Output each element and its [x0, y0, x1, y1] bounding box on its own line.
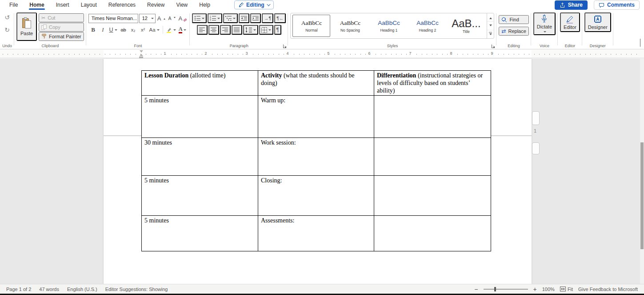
style-title[interactable]: AaB... Title: [447, 15, 485, 37]
underline-button[interactable]: U: [108, 25, 118, 35]
justify-button[interactable]: [232, 25, 242, 35]
cell-activity[interactable]: Closing:: [258, 176, 374, 216]
align-right-button[interactable]: [220, 25, 231, 35]
bullet-list-button[interactable]: [192, 13, 207, 23]
cell-duration[interactable]: 5 minutes: [142, 176, 258, 216]
language-indicator[interactable]: English (U.S.): [67, 287, 97, 292]
word-count[interactable]: 47 words: [39, 287, 59, 292]
copy-button[interactable]: Copy: [39, 23, 84, 32]
editor-button[interactable]: Editor: [560, 12, 580, 32]
zoom-in-button[interactable]: +: [533, 286, 537, 292]
align-center-button[interactable]: [208, 25, 219, 35]
font-color-button[interactable]: A: [178, 25, 188, 35]
tab-view[interactable]: View: [170, 0, 193, 10]
redo-button[interactable]: ↻: [3, 26, 12, 34]
show-formatting-marks-button[interactable]: ¶: [274, 25, 281, 35]
cell-activity[interactable]: Assessments:: [258, 216, 374, 251]
horizontal-ruler[interactable]: 1 2 3 4 5 6 7 8 9: [0, 50, 644, 58]
style-heading-1[interactable]: AaBbCc Heading 1: [370, 15, 408, 37]
cell-differentiation[interactable]: [374, 138, 491, 176]
group-label-editor: Editor: [558, 44, 582, 48]
right-to-left-text-button[interactable]: ¶←: [274, 13, 286, 23]
indent-marker[interactable]: [139, 50, 143, 58]
tab-review[interactable]: Review: [141, 0, 170, 10]
superscript-button[interactable]: x²: [139, 25, 148, 35]
align-left-button[interactable]: [197, 25, 208, 35]
dictate-button[interactable]: Dictate: [533, 12, 556, 35]
left-to-right-text-button[interactable]: →¶: [262, 13, 273, 23]
tab-help[interactable]: Help: [193, 0, 216, 10]
cut-button[interactable]: ✂ Cut: [39, 13, 84, 22]
feedback-link[interactable]: Give Feedback to Microsoft: [578, 287, 638, 292]
designer-button[interactable]: Designer: [584, 12, 611, 32]
styles-scroll-up-button[interactable]: [487, 13, 494, 22]
tab-file[interactable]: File: [4, 0, 24, 10]
vertical-scrollbar[interactable]: [640, 59, 644, 284]
borders-button[interactable]: [259, 25, 273, 35]
cell-activity[interactable]: Work session:: [258, 138, 374, 176]
editor-suggestions[interactable]: Editor Suggestions: Showing: [105, 287, 168, 292]
tab-references[interactable]: References: [103, 0, 141, 10]
style-normal[interactable]: AaBbCc Normal: [292, 15, 330, 37]
style-no-spacing[interactable]: AaBbCc No Spacing: [331, 15, 369, 37]
clear-formatting-button[interactable]: A: [177, 13, 188, 23]
comment-anchor-box[interactable]: [532, 111, 540, 125]
zoom-slider[interactable]: [484, 287, 528, 292]
font-size-combobox[interactable]: 12: [139, 14, 156, 23]
format-painter-button[interactable]: Format Painter: [39, 32, 84, 41]
styles-scroll-down-button[interactable]: [487, 22, 494, 30]
cell-duration[interactable]: 5 minutes: [142, 96, 258, 138]
cell-differentiation[interactable]: [374, 176, 491, 216]
decrease-indent-icon: [241, 16, 247, 21]
lesson-plan-table[interactable]: Lesson Duration (allotted time) Activity…: [141, 70, 491, 251]
header-cell-lesson-duration[interactable]: Lesson Duration (allotted time): [142, 71, 258, 96]
page-indicator[interactable]: Page 1 of 2: [6, 287, 31, 292]
fit-button[interactable]: Fit: [560, 287, 573, 292]
bold-button[interactable]: B: [89, 25, 98, 35]
zoom-out-button[interactable]: −: [474, 286, 478, 292]
find-button[interactable]: Find: [499, 15, 528, 24]
cell-activity[interactable]: Warm up:: [258, 96, 374, 138]
header-cell-differentiation[interactable]: Differentiation (instructional strategie…: [374, 71, 491, 96]
font-family-combobox[interactable]: Times New Roman...: [88, 14, 138, 23]
change-case-button[interactable]: Aa: [148, 25, 160, 35]
comments-button[interactable]: Comments: [594, 0, 640, 10]
cell-differentiation[interactable]: [374, 216, 491, 251]
copy-icon: [41, 24, 47, 30]
comment-anchor-box[interactable]: [532, 142, 540, 154]
paste-button[interactable]: Paste: [16, 12, 37, 41]
paragraph-dialog-launcher[interactable]: [283, 44, 287, 48]
shrink-font-button[interactable]: A: [167, 13, 176, 23]
document-page[interactable]: Lesson Duration (allotted time) Activity…: [104, 59, 532, 284]
increase-indent-button[interactable]: [250, 13, 261, 23]
tab-insert[interactable]: Insert: [50, 0, 75, 10]
styles-more-button[interactable]: [487, 30, 494, 38]
line-spacing-button[interactable]: [243, 25, 258, 35]
replace-button[interactable]: ⇄ Replace: [499, 27, 528, 36]
strikethrough-button[interactable]: ab: [119, 25, 128, 35]
zoom-slider-thumb[interactable]: [494, 287, 496, 291]
cell-duration[interactable]: 5 minutes: [142, 216, 258, 251]
editing-mode-button[interactable]: Editing: [234, 0, 274, 9]
style-heading-2[interactable]: AaBbCc Heading 2: [408, 15, 446, 37]
share-button[interactable]: Share: [555, 0, 588, 10]
multilevel-list-button[interactable]: [223, 13, 238, 23]
scrollbar-thumb[interactable]: [640, 142, 644, 249]
microphone-icon: [540, 15, 548, 23]
italic-button[interactable]: I: [99, 25, 108, 35]
header-cell-activity[interactable]: Activity (what the students should be do…: [258, 71, 374, 96]
subscript-button[interactable]: x₂: [129, 25, 138, 35]
decrease-indent-button[interactable]: [239, 13, 249, 23]
styles-dialog-launcher[interactable]: [491, 44, 495, 48]
table-row: 5 minutes Closing:: [142, 176, 491, 216]
cell-duration[interactable]: 30 minutes: [142, 138, 258, 176]
cell-differentiation[interactable]: [374, 96, 491, 138]
undo-button[interactable]: ↺: [3, 13, 12, 21]
zoom-level[interactable]: 100%: [542, 287, 555, 292]
collapse-ribbon-button[interactable]: [640, 39, 640, 47]
tab-home[interactable]: Home: [24, 0, 50, 10]
numbered-list-button[interactable]: 123: [208, 13, 222, 23]
tab-layout[interactable]: Layout: [75, 0, 103, 10]
grow-font-button[interactable]: A: [156, 13, 167, 23]
text-highlight-button[interactable]: [165, 25, 177, 35]
